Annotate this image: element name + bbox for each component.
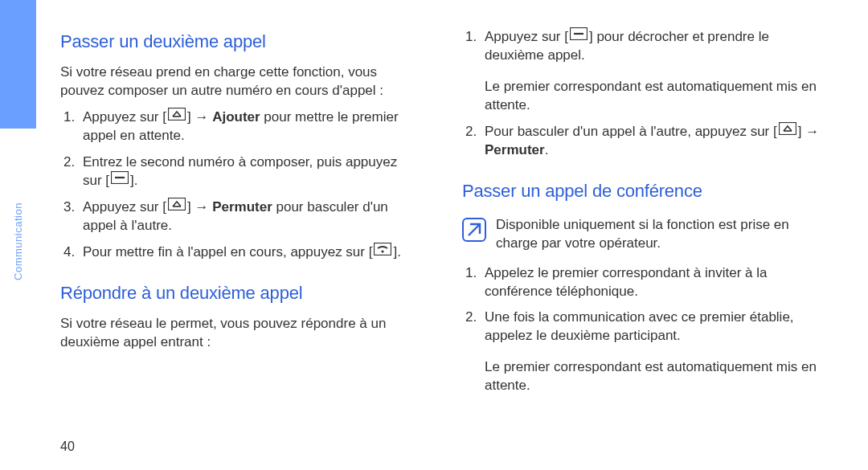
note: Disponible uniquement si la fonction est… bbox=[462, 216, 820, 253]
bold-permuter: Permuter bbox=[485, 142, 545, 157]
step-1: Appelez le premier correspondant à invit… bbox=[462, 264, 820, 301]
menu-up-icon bbox=[779, 122, 796, 141]
note-text: Disponible uniquement si la fonction est… bbox=[496, 216, 820, 253]
step-text: Appuyez sur [ bbox=[83, 199, 166, 215]
svg-rect-10 bbox=[779, 122, 796, 134]
step-1-sub: Le premier correspondant est automatique… bbox=[462, 78, 820, 115]
svg-point-7 bbox=[382, 250, 384, 252]
menu-up-icon bbox=[168, 198, 186, 216]
step-3: Appuyez sur [] → Permuter pour basculer … bbox=[60, 198, 418, 235]
step-1: Appuyez sur [] pour décrocher et prendre… bbox=[462, 28, 820, 65]
bold-ajouter: Ajouter bbox=[212, 109, 260, 125]
step-text: ] → bbox=[187, 199, 212, 215]
step-text: . bbox=[545, 142, 549, 157]
bold-permuter: Permuter bbox=[212, 199, 272, 215]
step-2: Pour basculer d'un appel à l'autre, appu… bbox=[462, 123, 820, 160]
sidebar-chapter-label: Communication bbox=[0, 161, 36, 321]
end-call-key-icon bbox=[374, 243, 391, 261]
svg-rect-6 bbox=[375, 243, 391, 255]
svg-rect-0 bbox=[168, 108, 185, 120]
step-text: Pour mettre fin à l'appel en cours, appu… bbox=[83, 244, 372, 260]
intro-second-call: Si votre réseau prend en charge cette fo… bbox=[60, 63, 418, 100]
step-text: Pour basculer d'un appel à l'autre, appu… bbox=[485, 124, 777, 139]
step-2: Une fois la communication avec ce premie… bbox=[462, 309, 820, 345]
step-2-sub: Le premier correspondant est automatique… bbox=[462, 358, 820, 395]
step-text: ]. bbox=[393, 244, 400, 260]
column-left: Passer un deuxième appel Si votre réseau… bbox=[60, 28, 418, 446]
heading-conference: Passer un appel de conférence bbox=[462, 181, 820, 202]
svg-rect-4 bbox=[168, 198, 185, 210]
steps-conference: Appelez le premier correspondant à invit… bbox=[462, 264, 820, 354]
menu-up-icon bbox=[168, 108, 186, 126]
step-text: ] → bbox=[187, 109, 212, 125]
step-4: Pour mettre fin à l'appel en cours, appu… bbox=[60, 243, 418, 262]
sidebar: Communication bbox=[0, 0, 36, 470]
step-text: ] → bbox=[798, 124, 819, 139]
heading-answer-second: Répondre à un deuxième appel bbox=[60, 283, 418, 304]
note-info-icon bbox=[462, 218, 486, 245]
call-key-icon bbox=[570, 27, 588, 46]
steps-answer-second: Appuyez sur [] pour décrocher et prendre… bbox=[462, 28, 820, 73]
column-right: Appuyez sur [] pour décrocher et prendre… bbox=[462, 28, 820, 446]
call-key-icon bbox=[111, 171, 129, 190]
step-2: Entrez le second numéro à composer, puis… bbox=[60, 153, 418, 190]
step-text: Appuyez sur [ bbox=[83, 109, 166, 125]
step-text: ]. bbox=[130, 173, 137, 188]
step-1: Appuyez sur [] → Ajouter pour mettre le … bbox=[60, 108, 418, 145]
page-content: Passer un deuxième appel Si votre réseau… bbox=[60, 28, 832, 446]
steps-second-call: Appuyez sur [] → Ajouter pour mettre le … bbox=[60, 108, 418, 270]
sidebar-chapter-text: Communication bbox=[12, 202, 24, 280]
page-number: 40 bbox=[60, 439, 75, 454]
intro-answer-second: Si votre réseau le permet, vous pouvez r… bbox=[60, 315, 418, 352]
sidebar-accent bbox=[0, 0, 36, 129]
step-text: Appuyez sur [ bbox=[485, 29, 568, 44]
steps-answer-second-cont: Pour basculer d'un appel à l'autre, appu… bbox=[462, 123, 820, 168]
heading-second-call: Passer un deuxième appel bbox=[60, 31, 418, 52]
